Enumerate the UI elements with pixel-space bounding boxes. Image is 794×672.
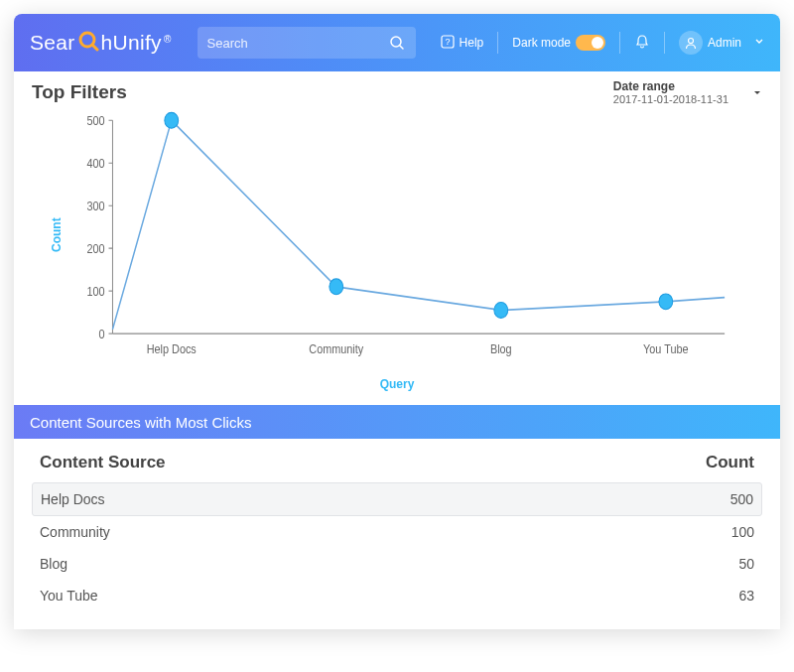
cell-count: 500 bbox=[694, 491, 753, 507]
table-row[interactable]: Help Docs 500 bbox=[32, 482, 762, 516]
cell-source: Community bbox=[40, 524, 695, 540]
search-icon[interactable] bbox=[388, 34, 406, 52]
svg-text:You Tube: You Tube bbox=[643, 342, 688, 356]
chart-x-label: Query bbox=[32, 377, 762, 391]
date-range-picker[interactable]: Date range 2017-11-01-2018-11-31 bbox=[613, 79, 762, 105]
cell-source: You Tube bbox=[40, 588, 695, 604]
content-sources-header: Content Sources with Most Clicks bbox=[14, 405, 780, 439]
logo: Sear hUnify ® bbox=[30, 30, 172, 57]
caret-down-icon bbox=[752, 87, 762, 101]
bell-icon bbox=[634, 34, 650, 53]
svg-point-23 bbox=[494, 303, 508, 319]
svg-line-1 bbox=[92, 45, 97, 50]
cell-source: Blog bbox=[40, 556, 695, 572]
separator bbox=[664, 32, 665, 54]
content-sources-title: Content Sources with Most Clicks bbox=[30, 414, 251, 431]
col-header-count: Count bbox=[695, 453, 754, 472]
darkmode-toggle[interactable]: Dark mode bbox=[512, 35, 605, 51]
toggle-icon bbox=[576, 35, 605, 51]
help-icon: ? bbox=[441, 35, 455, 52]
search-input[interactable] bbox=[207, 36, 388, 51]
table-row[interactable]: Blog 50 bbox=[32, 548, 762, 580]
chevron-down-icon bbox=[754, 36, 764, 50]
col-header-source: Content Source bbox=[40, 453, 695, 472]
cell-count: 50 bbox=[695, 556, 754, 572]
logo-reg: ® bbox=[164, 34, 172, 45]
svg-text:200: 200 bbox=[86, 241, 105, 255]
notifications-button[interactable] bbox=[634, 34, 650, 53]
help-label: Help bbox=[460, 36, 484, 50]
date-range-label: Date range bbox=[613, 79, 728, 93]
darkmode-label: Dark mode bbox=[512, 36, 571, 50]
top-filters-section: Top Filters Date range 2017-11-01-2018-1… bbox=[14, 71, 780, 405]
cell-source: Help Docs bbox=[41, 491, 694, 507]
svg-point-6 bbox=[688, 39, 693, 44]
app-header: Sear hUnify ® bbox=[14, 14, 780, 71]
header-right: ? Help Dark mode bbox=[441, 31, 764, 55]
svg-point-21 bbox=[165, 112, 179, 128]
user-icon bbox=[679, 31, 703, 55]
logo-text-1: Sear bbox=[30, 31, 75, 55]
svg-text:300: 300 bbox=[86, 199, 105, 212]
svg-line-3 bbox=[400, 46, 403, 49]
admin-menu[interactable]: Admin bbox=[679, 31, 764, 55]
svg-text:Help Docs: Help Docs bbox=[147, 342, 197, 356]
chart-area: 0100200300400500Help DocsCommunityBlogYo… bbox=[32, 103, 762, 373]
svg-text:Blog: Blog bbox=[490, 342, 512, 356]
admin-label: Admin bbox=[708, 36, 741, 50]
magnifier-icon bbox=[77, 30, 99, 57]
help-link[interactable]: ? Help bbox=[441, 35, 484, 52]
logo-text-2: hUnify bbox=[101, 31, 162, 55]
chart-y-label: Count bbox=[50, 217, 64, 252]
app-window: Sear hUnify ® bbox=[14, 14, 780, 629]
table-row[interactable]: You Tube 63 bbox=[32, 580, 762, 611]
cell-count: 100 bbox=[695, 524, 754, 540]
line-chart: 0100200300400500Help DocsCommunityBlogYo… bbox=[67, 109, 734, 367]
svg-point-24 bbox=[659, 294, 673, 310]
svg-text:100: 100 bbox=[86, 284, 105, 298]
search-box[interactable] bbox=[198, 27, 416, 59]
svg-text:?: ? bbox=[445, 37, 450, 47]
svg-text:500: 500 bbox=[86, 113, 105, 127]
cell-count: 63 bbox=[695, 588, 754, 604]
svg-text:0: 0 bbox=[99, 327, 106, 340]
table-row[interactable]: Community 100 bbox=[32, 516, 762, 548]
svg-text:Community: Community bbox=[309, 342, 363, 356]
table-header: Content Source Count bbox=[32, 449, 762, 482]
svg-text:400: 400 bbox=[86, 156, 105, 170]
separator bbox=[619, 32, 620, 54]
svg-point-22 bbox=[330, 279, 343, 295]
separator bbox=[497, 32, 498, 54]
content-sources-table: Content Source Count Help Docs 500 Commu… bbox=[14, 439, 780, 629]
